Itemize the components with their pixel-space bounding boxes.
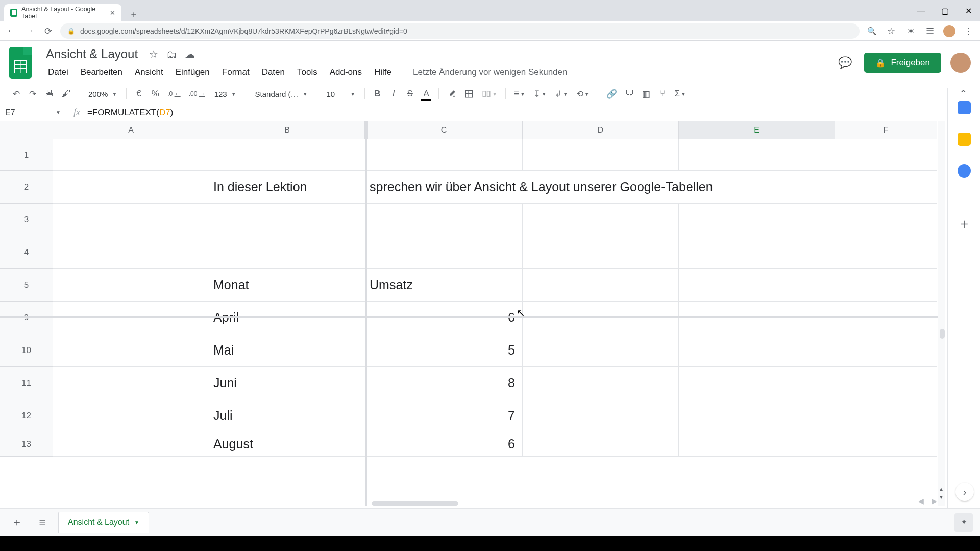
cell[interactable]: sprechen wir über Ansicht & Layout unser… (365, 171, 937, 204)
col-header-a[interactable]: A (53, 121, 209, 139)
menu-addons[interactable]: Add-ons (325, 65, 367, 80)
url-field[interactable]: 🔒 docs.google.com/spreadsheets/d/12KXm2A… (60, 23, 860, 39)
cell[interactable] (365, 236, 523, 269)
profile-avatar-icon[interactable] (943, 25, 955, 37)
cell[interactable] (209, 139, 365, 171)
cell[interactable]: In dieser Lektion (209, 171, 365, 204)
cell[interactable] (523, 334, 679, 367)
v-scroll-track[interactable]: ▲ ▼ (938, 121, 945, 506)
currency-button[interactable]: € (132, 86, 146, 102)
side-panel-toggle[interactable]: › (955, 483, 974, 501)
row-header[interactable]: 10 (0, 334, 53, 367)
col-header-b[interactable]: B (209, 121, 365, 139)
chrome-menu-icon[interactable]: ⋮ (963, 25, 975, 37)
reload-button[interactable]: ⟳ (42, 25, 54, 37)
keep-icon[interactable] (958, 133, 971, 146)
cell[interactable] (523, 367, 679, 399)
cell[interactable]: 6 (365, 432, 523, 457)
sheet-next-icon[interactable]: ▶ (929, 496, 939, 506)
menu-file[interactable]: Datei (43, 65, 74, 80)
last-edit-link[interactable]: Letzte Änderung vor wenigen Sekunden (408, 65, 572, 80)
menu-tools[interactable]: Tools (292, 65, 323, 80)
cell[interactable] (523, 236, 679, 269)
bold-button[interactable]: B (370, 86, 384, 102)
formula-input[interactable]: =FORMULATEXT(D7) (87, 107, 173, 118)
cell[interactable] (523, 139, 679, 171)
h-align-button[interactable]: ≡▼ (511, 86, 528, 102)
cell[interactable] (835, 334, 937, 367)
h-scroll-thumb[interactable] (372, 501, 458, 506)
cell[interactable] (53, 432, 209, 457)
cell[interactable] (835, 204, 937, 236)
cell[interactable] (523, 399, 679, 432)
cell[interactable] (679, 432, 835, 457)
link-button[interactable]: 🔗 (603, 86, 620, 102)
wrap-button[interactable]: ↲▼ (552, 86, 571, 102)
add-sheet-button[interactable]: ＋ (7, 513, 27, 532)
all-sheets-button[interactable]: ≡ (33, 513, 52, 532)
cell[interactable] (523, 432, 679, 457)
cell[interactable] (53, 269, 209, 302)
move-icon[interactable]: 🗂 (166, 48, 177, 60)
paint-format-button[interactable]: 🖌 (59, 86, 74, 102)
add-addon-icon[interactable]: ＋ (958, 215, 971, 233)
cell[interactable] (209, 236, 365, 269)
italic-button[interactable]: I (386, 86, 401, 102)
cell[interactable]: Monat (209, 269, 365, 302)
new-tab-button[interactable]: ＋ (127, 7, 141, 21)
browser-tab[interactable]: Ansicht & Layout - Google Tabel ✕ (4, 4, 121, 21)
v-align-button[interactable]: ↧▼ (530, 86, 550, 102)
star-icon[interactable]: ☆ (149, 48, 158, 60)
name-box[interactable]: E7 ▼ (0, 105, 66, 120)
cell[interactable] (53, 204, 209, 236)
cell[interactable]: 7 (365, 399, 523, 432)
col-header-f[interactable]: F (835, 121, 937, 139)
back-button[interactable]: ← (5, 25, 17, 37)
freeze-col-handle[interactable] (364, 121, 368, 139)
undo-button[interactable]: ↶ (9, 86, 23, 102)
row-header[interactable]: 5 (0, 269, 53, 302)
cell[interactable] (835, 269, 937, 302)
col-header-e[interactable]: E (679, 121, 835, 139)
percent-button[interactable]: % (148, 86, 162, 102)
v-scroll-thumb[interactable] (940, 329, 945, 339)
close-tab-icon[interactable]: ✕ (110, 9, 115, 17)
cell[interactable] (835, 399, 937, 432)
functions-button[interactable]: Σ▼ (672, 86, 689, 102)
calendar-icon[interactable] (958, 101, 971, 114)
cell[interactable] (209, 204, 365, 236)
cell[interactable] (53, 334, 209, 367)
chevron-down-icon[interactable]: ▼ (134, 520, 139, 525)
font-size-select[interactable]: 10▼ (323, 90, 360, 98)
cell[interactable] (365, 204, 523, 236)
cell[interactable] (679, 334, 835, 367)
cell[interactable]: August (209, 432, 365, 457)
print-button[interactable]: 🖶 (42, 86, 57, 102)
cell[interactable] (679, 204, 835, 236)
spreadsheet-grid[interactable]: A B C D E F 1 2 In dieser Lektion sprech… (0, 121, 945, 506)
row-header[interactable]: 11 (0, 367, 53, 399)
menu-view[interactable]: Ansicht (130, 65, 168, 80)
close-window-button[interactable]: ✕ (957, 0, 980, 21)
row-header[interactable]: 13 (0, 432, 53, 457)
select-all-corner[interactable] (0, 121, 53, 139)
zoom-select[interactable]: 200%▼ (84, 90, 121, 98)
more-formats-select[interactable]: 123▼ (210, 90, 240, 98)
dec-decrease-button[interactable]: .0 ← (164, 86, 183, 102)
cell[interactable] (679, 139, 835, 171)
cell[interactable] (53, 171, 209, 204)
extensions-icon[interactable]: ✶ (904, 25, 917, 37)
forward-button[interactable]: → (23, 25, 36, 37)
freeze-row-bar[interactable] (0, 316, 945, 318)
maximize-button[interactable]: ▢ (933, 0, 957, 21)
row-header[interactable]: 3 (0, 204, 53, 236)
row-header[interactable]: 2 (0, 171, 53, 204)
col-header-d[interactable]: D (523, 121, 679, 139)
cell[interactable] (679, 236, 835, 269)
cell[interactable] (53, 139, 209, 171)
cell[interactable]: Juli (209, 399, 365, 432)
menu-edit[interactable]: Bearbeiten (76, 65, 128, 80)
cell[interactable]: Umsatz (365, 269, 523, 302)
cell[interactable] (835, 236, 937, 269)
minimize-button[interactable]: — (910, 0, 933, 21)
